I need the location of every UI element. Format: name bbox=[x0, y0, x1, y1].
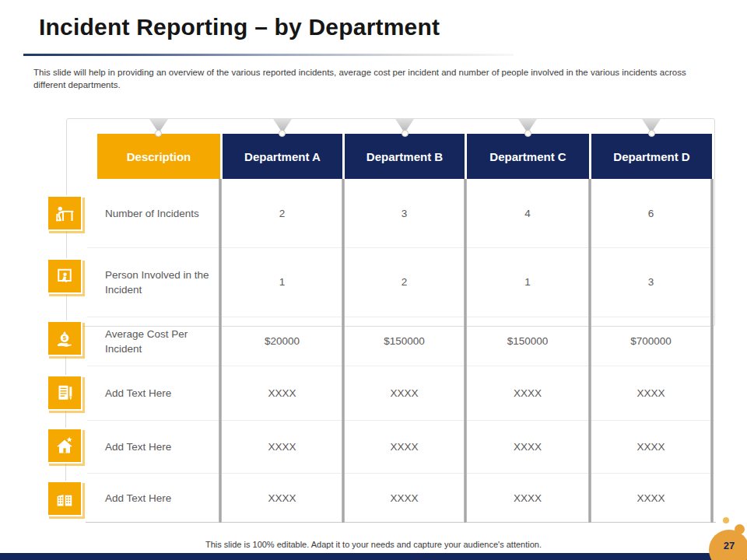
cell-value: XXXX bbox=[345, 366, 464, 420]
money-bag-hand-icon: $ bbox=[47, 320, 82, 356]
injured-person-desk-icon bbox=[47, 195, 82, 231]
cell-value: $700000 bbox=[591, 317, 710, 366]
column-divider bbox=[342, 179, 345, 523]
title-underline bbox=[23, 54, 514, 56]
row-label: Average Cost Per Incident bbox=[105, 317, 216, 366]
header-department-d: Department D bbox=[591, 134, 712, 179]
footer-note: This slide is 100% editable. Adapt it to… bbox=[0, 540, 747, 549]
cell-value: XXXX bbox=[591, 366, 710, 420]
cell-value: 2 bbox=[345, 247, 464, 317]
cell-value: 1 bbox=[223, 247, 342, 317]
slide-canvas: Incident Reporting – by Department This … bbox=[0, 0, 747, 560]
cell-value: XXXX bbox=[591, 473, 710, 523]
column-divider bbox=[219, 179, 222, 523]
damaged-buildings-icon bbox=[47, 481, 82, 516]
cell-value: 2 bbox=[223, 179, 342, 247]
svg-text:$: $ bbox=[63, 334, 67, 341]
slide-subtitle: This slide will help in providing an ove… bbox=[33, 66, 717, 91]
pin-dot-icon bbox=[648, 130, 655, 137]
column-divider bbox=[464, 179, 467, 523]
row-label: Add Text Here bbox=[105, 366, 216, 420]
cell-value: 4 bbox=[467, 179, 588, 247]
cell-value: 1 bbox=[467, 247, 588, 317]
cell-value: XXXX bbox=[345, 473, 464, 523]
pin-dot-icon bbox=[155, 130, 162, 137]
person-falling-door-icon bbox=[47, 258, 82, 294]
cell-value: $20000 bbox=[223, 317, 342, 366]
cell-value: XXXX bbox=[345, 420, 464, 473]
header-department-a: Department A bbox=[223, 134, 342, 179]
cell-value: XXXX bbox=[223, 473, 342, 523]
cell-value: 3 bbox=[591, 247, 710, 317]
row-label: Person Involved in the Incident bbox=[105, 247, 216, 317]
cell-value: XXXX bbox=[467, 366, 588, 420]
header-department-c: Department C bbox=[467, 134, 589, 179]
cell-value: XXXX bbox=[223, 366, 342, 420]
decorative-dot-icon bbox=[723, 517, 729, 523]
cell-value: XXXX bbox=[591, 420, 710, 473]
page-number-badge: 27 bbox=[709, 530, 747, 560]
notepad-pencil-icon bbox=[47, 375, 82, 411]
pin-dot-icon bbox=[402, 130, 409, 137]
cell-value: 3 bbox=[345, 179, 464, 247]
cell-value: $150000 bbox=[345, 317, 464, 366]
bottom-accent-bar bbox=[0, 553, 747, 560]
page-title: Incident Reporting – by Department bbox=[39, 14, 440, 40]
page-number: 27 bbox=[724, 540, 735, 551]
damaged-house-icon bbox=[47, 428, 82, 464]
cell-value: XXXX bbox=[223, 420, 342, 473]
cell-value: $150000 bbox=[467, 317, 588, 366]
column-divider bbox=[588, 179, 591, 523]
header-description: Description bbox=[97, 134, 220, 179]
column-divider bbox=[710, 179, 714, 523]
row-label: Add Text Here bbox=[105, 473, 216, 523]
header-department-b: Department B bbox=[345, 134, 465, 179]
row-label: Add Text Here bbox=[105, 420, 216, 473]
cell-value: 6 bbox=[591, 179, 710, 247]
cell-value: XXXX bbox=[467, 473, 588, 523]
row-label: Number of Incidents bbox=[105, 179, 216, 247]
pin-dot-icon bbox=[524, 130, 531, 137]
cell-value: XXXX bbox=[467, 420, 588, 473]
pin-dot-icon bbox=[279, 130, 286, 137]
